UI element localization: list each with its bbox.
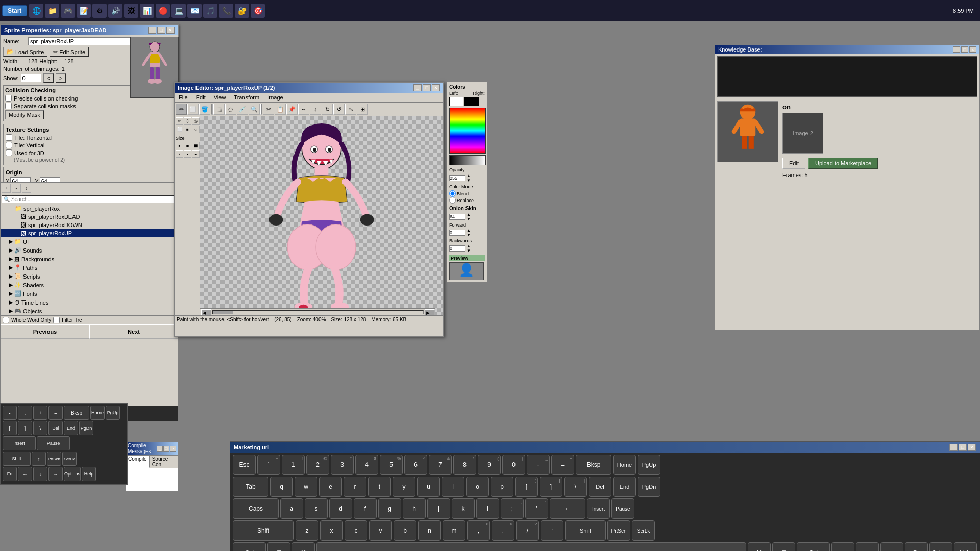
key-options[interactable]: Options	[929, 542, 952, 551]
maximize-button[interactable]: □	[157, 27, 165, 34]
taskbar-icon-15[interactable]: 🎯	[251, 4, 265, 18]
modify-mask-button[interactable]: Modify Mask	[5, 110, 44, 119]
key-up[interactable]: ↑	[541, 520, 564, 541]
key-menu[interactable]: ⊟	[772, 542, 795, 551]
tab-source-con[interactable]: Source Con	[150, 455, 178, 468]
taskbar-icon-4[interactable]: 📝	[77, 4, 91, 18]
key-r[interactable]: r	[344, 477, 366, 497]
sk-fn[interactable]: Fn	[3, 467, 17, 481]
key-period[interactable]: >.	[492, 520, 514, 541]
tool-paste[interactable]: 📌	[286, 104, 298, 115]
tool-flip-h[interactable]: ↔	[298, 104, 309, 115]
edit-sprite-button[interactable]: ✏ Edit Sprite	[50, 47, 89, 57]
key-lshift[interactable]: Shift	[233, 520, 294, 541]
sk-end[interactable]: End	[64, 421, 78, 435]
key-n[interactable]: n	[418, 520, 441, 541]
next-button[interactable]: Next	[89, 324, 178, 339]
tool-copy[interactable]: 📋	[275, 104, 286, 115]
tree-item-down[interactable]: 🖼 spr_playerRoxDOWN	[1, 221, 178, 229]
key-down[interactable]: ↓	[856, 542, 879, 551]
sk-pause[interactable]: Pause	[37, 436, 70, 450]
taskbar-icon-6[interactable]: 🔊	[108, 4, 122, 18]
menu-edit[interactable]: Edit	[194, 94, 208, 101]
key-comma[interactable]: <,	[467, 520, 490, 541]
left-tool-5[interactable]: ■	[184, 126, 191, 133]
key-a[interactable]: a	[280, 498, 303, 519]
tree-item-spr-playerrox[interactable]: 📁 spr_playerRox	[1, 204, 178, 213]
sk-home[interactable]: Home	[90, 406, 105, 420]
scroll-right-btn[interactable]: ►	[425, 309, 435, 315]
key-k[interactable]: k	[452, 498, 475, 519]
left-tool-6[interactable]: ○	[192, 126, 200, 133]
tree-item-ui[interactable]: ▶ 📁 UI	[1, 237, 178, 246]
sk-up[interactable]: ↑	[32, 452, 46, 466]
key-fn[interactable]: Fn	[905, 542, 928, 551]
upload-marketplace-button[interactable]: Upload to Marketplace	[808, 158, 878, 169]
key-esc[interactable]: Esc	[233, 455, 256, 475]
onion-down[interactable]: ▼	[467, 217, 471, 221]
key-del[interactable]: Del	[589, 477, 611, 497]
menu-image[interactable]: Image	[265, 94, 285, 101]
edit-sprite-btn[interactable]: Edit	[782, 158, 805, 169]
key-q[interactable]: q	[270, 477, 293, 497]
key-p[interactable]: p	[491, 477, 513, 497]
key-space[interactable]	[316, 542, 746, 551]
sk-pgdn[interactable]: PgDn	[79, 421, 93, 435]
size-xlarge-2[interactable]: ▪	[184, 150, 191, 158]
key-w[interactable]: w	[295, 477, 317, 497]
key-tab[interactable]: Tab	[233, 477, 268, 497]
key-right[interactable]: →	[880, 542, 903, 551]
forward-input[interactable]	[449, 230, 465, 236]
sk-options[interactable]: Options	[64, 467, 81, 481]
tree-item-scripts[interactable]: ▶ 📜 Scripts	[1, 272, 178, 281]
previous-button[interactable]: Previous	[1, 324, 89, 339]
key-pgdn[interactable]: PgDn	[638, 477, 660, 497]
separate-collision-checkbox[interactable]	[5, 103, 12, 109]
compile-minimize[interactable]: _	[157, 446, 163, 452]
tool-select-lasso[interactable]: ◌	[225, 104, 236, 115]
key-apostrophe[interactable]: "'	[525, 498, 548, 519]
sk-del[interactable]: Del	[48, 421, 63, 435]
size-xlarge-3[interactable]: ▪	[192, 150, 200, 158]
whole-word-checkbox[interactable]	[3, 317, 9, 323]
show-input[interactable]	[21, 74, 41, 82]
sk-shift[interactable]: Shift	[3, 452, 31, 466]
opacity-up[interactable]: ▲	[467, 173, 471, 178]
key-3[interactable]: #3	[331, 455, 354, 475]
search-input[interactable]	[11, 196, 177, 202]
key-7[interactable]: &7	[429, 455, 452, 475]
tree-item-dead[interactable]: 🖼 spr_playerRoxDEAD	[1, 213, 178, 221]
sk-bksp[interactable]: Bksp	[64, 406, 89, 420]
backwards-input[interactable]	[449, 245, 465, 252]
start-button[interactable]: Start	[2, 5, 27, 16]
left-color-swatch[interactable]	[449, 97, 463, 106]
tool-pencil[interactable]: ✏	[176, 104, 187, 115]
precise-collision-checkbox[interactable]	[5, 95, 12, 102]
key-8[interactable]: *8	[453, 455, 476, 475]
key-5[interactable]: %5	[380, 455, 403, 475]
show-left-button[interactable]: <	[43, 73, 54, 83]
key-v[interactable]: v	[369, 520, 392, 541]
image-editor-minimize[interactable]: _	[413, 84, 422, 91]
key-lbracket[interactable]: {[	[515, 477, 538, 497]
sk-help[interactable]: Help	[82, 467, 96, 481]
tool-rotate-ccw[interactable]: ↺	[333, 104, 345, 115]
tree-item-up[interactable]: 🖼 spr_playerRoxUP	[1, 229, 178, 237]
sk-pgup[interactable]: PgUp	[106, 406, 120, 420]
kb-content-area[interactable]	[717, 56, 977, 97]
sk-bracket-close[interactable]: ]	[18, 421, 32, 435]
key-win[interactable]: ⊞	[267, 542, 290, 551]
size-large[interactable]: ■	[192, 142, 200, 149]
tree-add-btn[interactable]: +	[2, 184, 11, 193]
compile-maximize[interactable]: □	[163, 446, 169, 452]
key-9[interactable]: (9	[478, 455, 501, 475]
tool-cut[interactable]: ✂	[263, 104, 274, 115]
kb-win-close[interactable]: ×	[968, 444, 976, 451]
key-z[interactable]: z	[296, 520, 318, 541]
key-ralt[interactable]: Alt	[748, 542, 771, 551]
key-d[interactable]: d	[329, 498, 352, 519]
key-l[interactable]: l	[476, 498, 499, 519]
key-0[interactable]: )0	[502, 455, 525, 475]
sk-down[interactable]: ↓	[33, 467, 47, 481]
left-tool-1[interactable]: ✏	[176, 117, 183, 125]
